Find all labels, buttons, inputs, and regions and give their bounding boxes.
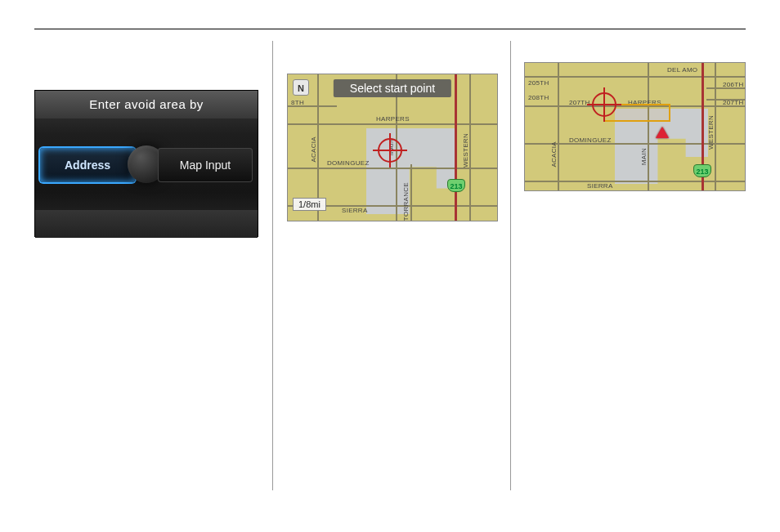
road-label-207th-r: 207TH: [723, 99, 744, 106]
road: [288, 168, 497, 169]
road-label-harpers: HARPERS: [376, 115, 410, 123]
page-top-rule: [34, 29, 746, 29]
road-label-dominguez: DOMINGUEZ: [327, 159, 370, 167]
highway: [455, 74, 457, 221]
vehicle-position-icon: [656, 127, 669, 138]
column-separator-2: [510, 41, 511, 490]
option-address-button[interactable]: Address: [40, 148, 135, 182]
north-indicator-icon[interactable]: N: [293, 79, 309, 96]
road: [469, 74, 471, 221]
road-label-main: MAIN: [640, 148, 648, 165]
crosshair-cursor-icon[interactable]: [592, 92, 616, 117]
menu-title: Enter avoid area by: [35, 91, 258, 118]
map-define-avoid-area[interactable]: DEL AMO 205TH 206TH 208TH 207TH 207TH HA…: [524, 62, 746, 191]
road-label-sierra: SIERRA: [587, 182, 613, 190]
road-label-sierra: SIERRA: [342, 207, 368, 214]
crosshair-cursor-icon[interactable]: [378, 138, 402, 163]
road-label-dominguez: DOMINGUEZ: [569, 136, 612, 144]
menu-body: Address Map Input: [35, 118, 258, 210]
highway-shield-icon: 213: [693, 164, 711, 177]
road: [288, 123, 497, 125]
highway-shield-icon: 213: [447, 179, 465, 192]
scale-indicator[interactable]: 1/8mi: [293, 198, 326, 211]
road: [558, 63, 559, 190]
road-label-torrance: TORRANCE: [402, 182, 410, 221]
avoid-area-menu: Enter avoid area by Address Map Input: [34, 90, 258, 237]
road: [715, 63, 716, 190]
road-label-western: WESTERN: [462, 133, 469, 168]
column-separator-1: [272, 41, 273, 490]
menu-footer-bar: [35, 210, 258, 238]
road-label-del-amo: DEL AMO: [667, 66, 697, 74]
road-label-206th: 206TH: [723, 81, 744, 88]
road: [648, 63, 649, 190]
road-label-208th: 208TH: [528, 94, 549, 101]
road: [410, 164, 412, 221]
road-label-western: WESTERN: [707, 115, 715, 150]
option-map-input-button[interactable]: Map Input: [158, 148, 253, 182]
road-label-acacia: ACACIA: [550, 141, 558, 168]
road-label-acacia: ACACIA: [310, 136, 317, 163]
map-header: Select start point: [334, 79, 451, 97]
road-label-205th: 205TH: [528, 79, 549, 87]
road-label-8th: 8TH: [291, 99, 304, 106]
map-select-start-point[interactable]: HARPERS DOMINGUEZ SIERRA 8TH MAIN ACACIA…: [287, 74, 498, 221]
